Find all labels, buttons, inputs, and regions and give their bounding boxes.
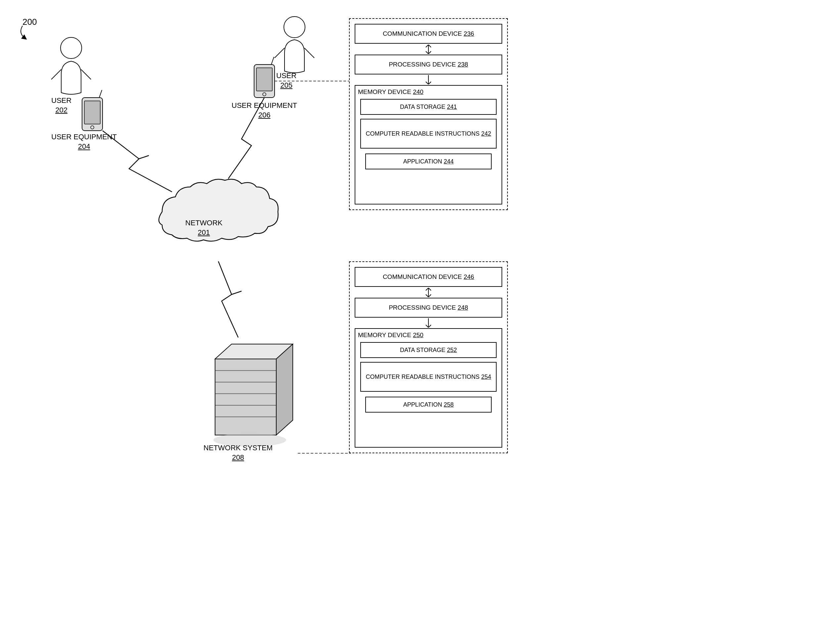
svg-point-5: [91, 126, 94, 129]
svg-point-2: [284, 16, 305, 38]
application-258: APPLICATION 258: [365, 397, 492, 413]
data-storage-252: DATA STORAGE 252: [360, 342, 497, 358]
user202-label: USER 202: [51, 96, 71, 115]
ue204-label: USER EQUIPMENT 204: [51, 132, 117, 151]
svg-rect-8: [257, 68, 272, 91]
proc-device-248: PROCESSING DEVICE 248: [355, 298, 502, 318]
memory-device-250: MEMORY DEVICE 250 DATA STORAGE 252 COMPU…: [355, 328, 502, 448]
comp-readable-254: COMPUTER READABLE INSTRUCTIONS 254: [360, 362, 497, 392]
user205-label: USER 205: [276, 71, 297, 90]
network-system-label: NETWORK SYSTEM 208: [203, 443, 273, 462]
panel2: COMMUNICATION DEVICE 246 PROCESSING DEVI…: [349, 261, 508, 453]
application-244: APPLICATION 244: [365, 153, 492, 169]
memory-device-240: MEMORY DEVICE 240 DATA STORAGE 241 COMPU…: [355, 85, 502, 205]
ue206-label: USER EQUIPMENT 206: [232, 101, 297, 120]
data-storage-241: DATA STORAGE 241: [360, 99, 497, 115]
svg-line-10: [271, 57, 274, 64]
comm-device-246: COMMUNICATION DEVICE 246: [355, 267, 502, 287]
svg-rect-13: [215, 359, 276, 435]
svg-rect-4: [85, 101, 100, 124]
panel1: COMMUNICATION DEVICE 236 PROCESSING DEVI…: [349, 18, 508, 210]
svg-rect-3: [82, 98, 102, 131]
comp-readable-242: COMPUTER READABLE INSTRUCTIONS 242: [360, 119, 497, 149]
comm-device-236: COMMUNICATION DEVICE 236: [355, 24, 502, 44]
svg-point-9: [263, 93, 266, 96]
svg-text:200: 200: [22, 17, 37, 27]
svg-line-6: [99, 90, 102, 98]
proc-device-238: PROCESSING DEVICE 238: [355, 55, 502, 74]
svg-rect-7: [254, 64, 275, 98]
svg-point-1: [61, 37, 82, 59]
network-label: NETWORK 201: [185, 218, 222, 237]
